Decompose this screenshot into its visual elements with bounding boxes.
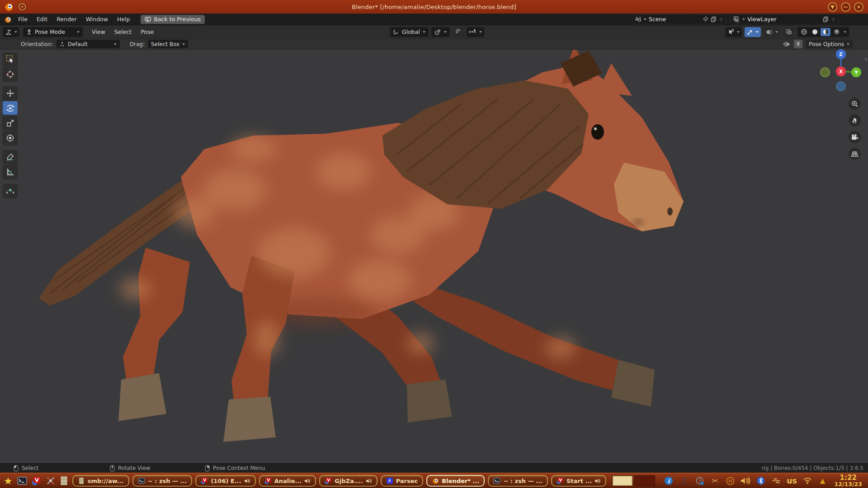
menu-view[interactable]: View: [87, 28, 110, 35]
rotate-icon: [6, 104, 15, 113]
tool-rotate[interactable]: [3, 101, 18, 115]
scissors-tray-icon[interactable]: ✂: [710, 476, 720, 486]
show-gizmo-toggle[interactable]: [745, 27, 761, 37]
tool-scale[interactable]: [3, 116, 18, 130]
tool-transform[interactable]: [3, 131, 18, 145]
pinwheel-launcher[interactable]: [46, 475, 56, 486]
tool-move[interactable]: [3, 86, 18, 100]
viewlayer-browse-chevron[interactable]: [742, 19, 745, 20]
task-email-start[interactable]: Start ...: [551, 475, 606, 487]
show-overlays-toggle[interactable]: [764, 27, 780, 37]
shading-material-preview-button[interactable]: [821, 28, 830, 36]
perspective-toggle-button[interactable]: [849, 148, 861, 160]
usb-tray-icon[interactable]: [771, 476, 781, 486]
mail-v-icon: [325, 477, 332, 484]
scene-browse-chevron[interactable]: [644, 19, 646, 20]
mirror-x-toggle[interactable]: X: [794, 40, 802, 48]
selectability-visibility-dropdown[interactable]: [726, 27, 742, 37]
pose-mode-icon: [26, 29, 32, 35]
back-to-previous-button[interactable]: Back to Previous: [141, 15, 205, 24]
task-smb-window[interactable]: smb://aw...: [72, 475, 129, 487]
pivot-point-selector[interactable]: [431, 27, 450, 37]
task-email-analie[interactable]: Analie...: [259, 475, 316, 487]
system-tray: i ♫ ✂: [664, 476, 827, 486]
terminal-launcher[interactable]: [17, 475, 27, 486]
sidebar-collapse-icon[interactable]: ‹: [864, 55, 867, 62]
task-zsh-terminal-2[interactable]: ~ : zsh — ...: [488, 475, 548, 487]
transform-orientation-selector[interactable]: Global: [390, 27, 429, 37]
pager-desktop-1[interactable]: [612, 475, 633, 486]
task-zsh-terminal-1[interactable]: ~ : zsh — ...: [132, 475, 193, 487]
menu-edit[interactable]: Edit: [32, 16, 52, 23]
tool-annotate[interactable]: [3, 150, 18, 164]
wifi-tray-icon[interactable]: [802, 476, 812, 486]
drag-mode-dropdown[interactable]: Select Box: [148, 40, 188, 48]
window-title: Blender* [/home/amalie/Desktop/blender/h…: [0, 4, 868, 10]
viewlayer-selector[interactable]: ViewLayer ×: [731, 14, 838, 24]
snap-target-selector[interactable]: [467, 27, 484, 37]
mail-v-icon: [201, 477, 208, 484]
blender-icon: [432, 477, 439, 484]
tool-measure[interactable]: [3, 165, 18, 178]
task-email-gjbza[interactable]: GjbZa....: [319, 475, 377, 487]
menu-help[interactable]: Help: [113, 16, 135, 23]
keyboard-layout-indicator[interactable]: us: [787, 476, 797, 485]
menu-file[interactable]: File: [14, 16, 32, 23]
new-viewlayer-icon[interactable]: [823, 16, 829, 22]
terminal-icon: [17, 477, 27, 485]
file-cabinet-launcher[interactable]: [60, 475, 68, 486]
scene-name[interactable]: Scene: [649, 16, 700, 23]
task-email-106[interactable]: (106) E...: [195, 475, 255, 487]
recent-clock-tray-icon[interactable]: [694, 476, 704, 486]
gizmo-axis-z-neg[interactable]: [836, 82, 845, 91]
pin-icon[interactable]: [703, 16, 708, 22]
zoom-view-button[interactable]: [849, 98, 861, 110]
scene-selector[interactable]: Scene ×: [632, 14, 726, 24]
remove-viewlayer-icon: ×: [831, 16, 835, 23]
tool-orientation-value: Default: [68, 41, 111, 47]
task-label: smb://aw...: [88, 478, 124, 484]
new-scene-icon[interactable]: [711, 16, 717, 22]
mirror-x-icon[interactable]: [783, 41, 791, 47]
tool-orientation-dropdown[interactable]: Default: [57, 40, 120, 48]
info-tray-icon[interactable]: i: [664, 476, 674, 486]
mode-selector[interactable]: Pose Mode: [23, 27, 83, 37]
shading-wireframe-button[interactable]: [799, 28, 809, 36]
taskbar-clock[interactable]: 1:22 12/13/23: [835, 474, 862, 488]
xray-toggle[interactable]: [783, 27, 795, 37]
tool-cursor[interactable]: [3, 67, 18, 81]
menu-render[interactable]: Render: [52, 16, 81, 23]
snap-toggle[interactable]: [453, 27, 464, 37]
pager-desktop-2[interactable]: [634, 475, 655, 486]
editor-type-chevron[interactable]: [14, 31, 17, 33]
horse-model[interactable]: [0, 39, 868, 463]
gizmo-z-label: Z: [839, 52, 842, 57]
shading-chevron[interactable]: [844, 31, 846, 33]
navigation-gizmo[interactable]: Z X Y: [818, 44, 862, 94]
volume-tray-icon[interactable]: [741, 476, 750, 486]
menu-pose[interactable]: Pose: [136, 28, 158, 35]
shading-solid-button[interactable]: [810, 28, 820, 36]
shading-rendered-button[interactable]: [831, 28, 841, 36]
pan-view-button[interactable]: [849, 114, 861, 127]
task-parsec[interactable]: Parsec: [381, 475, 424, 487]
tool-select-box[interactable]: [3, 52, 18, 66]
menu-window[interactable]: Window: [81, 16, 113, 23]
menu-star-launcher[interactable]: ★: [4, 475, 13, 486]
bluetooth-tray-icon[interactable]: [756, 476, 766, 486]
music-tray-icon[interactable]: ♫: [679, 476, 689, 486]
editor-type-selector[interactable]: [3, 27, 19, 37]
collapse-tray-icon[interactable]: ▲: [818, 476, 828, 486]
tool-pose-breakdowner[interactable]: [3, 184, 18, 197]
camera-view-button[interactable]: [849, 131, 861, 143]
mail-launcher[interactable]: [32, 475, 41, 486]
pause-tray-icon[interactable]: [725, 476, 735, 486]
gizmo-axis-y-neg[interactable]: [821, 68, 830, 77]
menu-select[interactable]: Select: [110, 28, 137, 35]
viewlayer-name[interactable]: ViewLayer: [747, 16, 821, 23]
blender-app-icon[interactable]: [4, 15, 12, 23]
camera-icon: [851, 134, 859, 141]
3d-viewport[interactable]: Orientation: Default Drag: Select Box X …: [0, 39, 868, 463]
task-blender[interactable]: Blender* ...: [426, 475, 485, 487]
annotate-pencil-icon: [6, 153, 14, 161]
